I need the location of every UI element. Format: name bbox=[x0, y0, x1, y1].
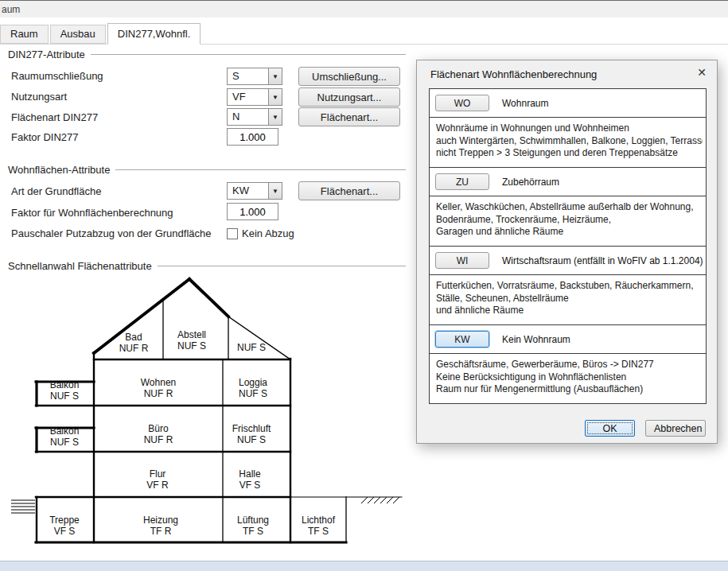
svg-text:VF S: VF S bbox=[54, 526, 76, 537]
group-divider bbox=[115, 169, 406, 170]
room-wohnen[interactable]: Wohnen NUF R bbox=[141, 377, 176, 399]
window-title: aum bbox=[2, 4, 20, 15]
kw-name: Kein Wohnraum bbox=[502, 334, 570, 345]
room-balkon-upper[interactable]: Balkon NUF S bbox=[50, 379, 80, 402]
flaechenart-din277-label: Flächenart DIN277 bbox=[11, 111, 98, 123]
svg-text:Loggia: Loggia bbox=[239, 377, 267, 388]
kw-button[interactable]: KW bbox=[435, 331, 489, 348]
zu-name: Zubehörraum bbox=[502, 177, 559, 188]
desc-line: Keller, Waschküchen, Abstellräume außerh… bbox=[436, 201, 703, 214]
room-balkon-lower[interactable]: Balkon NUF S bbox=[50, 425, 80, 448]
faktor-din277-label: Faktor DIN277 bbox=[11, 131, 79, 143]
svg-text:Lüftung: Lüftung bbox=[237, 515, 269, 526]
svg-text:NUF S: NUF S bbox=[237, 434, 266, 445]
group-divider bbox=[91, 54, 406, 55]
room-halle[interactable]: Halle VF S bbox=[239, 468, 261, 491]
flaechenart-din277-dropdown[interactable]: N ▼ bbox=[227, 108, 282, 126]
application-window: aum Raum Ausbau DIN277,Wohnfl. DIN277-At… bbox=[0, 0, 728, 571]
kein-abzug-label: Kein Abzug bbox=[242, 227, 294, 239]
svg-text:Heizung: Heizung bbox=[143, 515, 178, 526]
desc-line: auch Wintergärten, Schwimmhallen, Balkon… bbox=[436, 135, 703, 148]
room-bad[interactable]: Bad NUF R bbox=[119, 332, 149, 354]
desc-line: Geschäftsräume, Gewerberäume, Büros -> D… bbox=[436, 359, 703, 371]
svg-text:Flur: Flur bbox=[150, 468, 166, 480]
nutzungsart-label: Nutzungsart bbox=[11, 91, 67, 103]
room-frischluft[interactable]: Frischluft NUF S bbox=[232, 423, 271, 445]
room-abstell[interactable]: Abstell NUF S bbox=[177, 329, 206, 352]
zu-header-row: ZU Zubehörraum bbox=[430, 168, 706, 196]
desc-line: Ställe, Scheunen, Abstellräume bbox=[436, 293, 703, 305]
zu-description: Keller, Waschküchen, Abstellräume außerh… bbox=[430, 196, 706, 246]
svg-text:TF R: TF R bbox=[150, 526, 172, 537]
room-flur[interactable]: Flur VF R bbox=[146, 468, 169, 491]
grundflaeche-flaechenart-button[interactable]: Flächenart... bbox=[298, 181, 400, 200]
bottom-scrollbar-strip[interactable] bbox=[0, 561, 728, 571]
svg-text:VF R: VF R bbox=[146, 480, 169, 491]
tab-ausbau[interactable]: Ausbau bbox=[50, 25, 106, 44]
room-lueftung[interactable]: Lüftung TF S bbox=[237, 515, 269, 537]
svg-text:NUF S: NUF S bbox=[50, 437, 79, 448]
svg-text:NUF R: NUF R bbox=[144, 434, 173, 445]
desc-line: Keine Berücksichtigung in Wohnflächenlis… bbox=[436, 371, 703, 384]
nutzungsart-button[interactable]: Nutzungsart... bbox=[298, 87, 400, 107]
wohnflaechen-faktor-label: Faktor für Wohnflächenberechnung bbox=[11, 207, 173, 219]
desc-line: Wohnräume in Wohnungen und Wohnheimen bbox=[436, 122, 703, 135]
svg-text:NUF S: NUF S bbox=[237, 342, 266, 353]
dialog-title: Flächenart Wohnflächenberechnung bbox=[430, 68, 597, 80]
wi-header-row: WI Wirtschaftsraum (entfällt in WoFIV ab… bbox=[430, 247, 706, 275]
umschliessung-button[interactable]: Umschließung... bbox=[298, 67, 400, 86]
tab-din277-wohnfl[interactable]: DIN277,Wohnfl. bbox=[107, 23, 201, 45]
svg-text:Balkon: Balkon bbox=[50, 425, 80, 437]
room-treppe[interactable]: Treppe VF S bbox=[49, 515, 80, 537]
house-structure bbox=[36, 279, 402, 542]
flaechenart-din277-button[interactable]: Flächenart... bbox=[298, 107, 400, 126]
wi-name: Wirtschaftsraum (entfällt in WoFIV ab 1.… bbox=[502, 255, 703, 266]
schnellanwahl-group-header: Schnellanwahl Flächenattribute bbox=[8, 260, 406, 271]
close-icon[interactable]: ✕ bbox=[697, 66, 707, 79]
ok-button[interactable]: OK bbox=[585, 420, 635, 437]
svg-text:VF S: VF S bbox=[239, 480, 261, 491]
chevron-down-icon[interactable]: ▼ bbox=[268, 109, 282, 125]
wi-button[interactable]: WI bbox=[435, 252, 489, 269]
chevron-down-icon[interactable]: ▼ bbox=[268, 183, 282, 199]
cancel-button[interactable]: Abbrechen bbox=[645, 420, 706, 437]
list-item-kw: KW Kein Wohnraum Geschäftsräume, Gewerbe… bbox=[430, 325, 706, 403]
flaechenart-list: WO Wohnraum Wohnräume in Wohnungen und W… bbox=[429, 88, 707, 404]
list-item-zu: ZU Zubehörraum Keller, Waschküchen, Abst… bbox=[430, 168, 706, 247]
raumumschliessung-dropdown[interactable]: S ▼ bbox=[227, 68, 282, 85]
flaechenart-din277-value: N bbox=[228, 109, 268, 125]
wohnflaechen-group-title: Wohnflächen-Attribute bbox=[8, 164, 110, 176]
svg-text:TF S: TF S bbox=[243, 526, 263, 537]
svg-text:Balkon: Balkon bbox=[50, 379, 80, 390]
tab-raum[interactable]: Raum bbox=[0, 25, 49, 44]
raumumschliessung-label: Raumumschließung bbox=[11, 70, 103, 82]
room-buero[interactable]: Büro NUF R bbox=[144, 423, 173, 445]
room-loggia[interactable]: Loggia NUF S bbox=[239, 377, 267, 399]
nutzungsart-dropdown[interactable]: VF ▼ bbox=[227, 88, 282, 106]
chevron-down-icon[interactable]: ▼ bbox=[268, 89, 282, 105]
chevron-down-icon[interactable]: ▼ bbox=[268, 68, 282, 84]
svg-text:Halle: Halle bbox=[239, 468, 261, 480]
kw-header-row: KW Kein Wohnraum bbox=[430, 325, 706, 354]
wo-description: Wohnräume in Wohnungen und Wohnheimen au… bbox=[430, 118, 706, 167]
room-heizung[interactable]: Heizung TF R bbox=[143, 515, 178, 537]
desc-line: Raum nur für Mengenermittlung (Ausbauflä… bbox=[436, 383, 703, 396]
faktor-din277-field[interactable] bbox=[227, 128, 278, 146]
kein-abzug-checkbox[interactable] bbox=[227, 228, 238, 239]
flaechenart-dialog: Flächenart Wohnflächenberechnung ✕ WO Wo… bbox=[416, 60, 718, 444]
grundflaeche-label: Art der Grundfläche bbox=[11, 185, 101, 197]
room-attic-right[interactable]: NUF S bbox=[237, 342, 266, 353]
din277-group-header: DIN277-Attribute bbox=[8, 49, 406, 60]
building-section-diagram: Bad NUF R Abstell NUF S NUF S Balkon NUF… bbox=[8, 270, 406, 557]
room-lichthof[interactable]: Lichthof TF S bbox=[302, 515, 336, 537]
wohnflaechen-faktor-field[interactable] bbox=[227, 203, 278, 220]
svg-text:TF S: TF S bbox=[308, 526, 329, 537]
grundflaeche-dropdown[interactable]: KW ▼ bbox=[227, 182, 282, 200]
tab-bar: Raum Ausbau DIN277,Wohnfl. bbox=[0, 23, 728, 45]
svg-text:Lichthof: Lichthof bbox=[302, 515, 336, 526]
desc-line: Garagen und ähnliche Räume bbox=[436, 226, 703, 239]
wo-button[interactable]: WO bbox=[435, 95, 489, 111]
din277-group-title: DIN277-Attribute bbox=[8, 49, 85, 60]
putzabzug-label: Pauschaler Putzabzug von der Grundfläche bbox=[11, 227, 212, 239]
zu-button[interactable]: ZU bbox=[435, 173, 489, 190]
